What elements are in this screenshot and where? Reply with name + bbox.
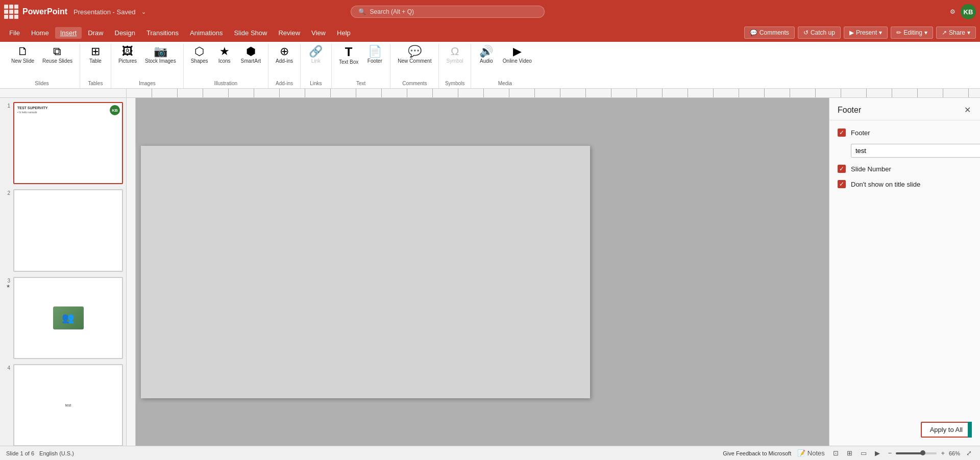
online-video-button[interactable]: ▶ Online Video: [500, 44, 535, 66]
menu-item-file[interactable]: File: [4, 27, 25, 39]
settings-button[interactable]: ⚙: [947, 6, 959, 17]
slide-item-2[interactable]: 2: [3, 189, 123, 271]
title-right-controls: ⚙ KB: [947, 4, 976, 19]
slide-thumb-3[interactable]: 👥: [13, 277, 123, 359]
notes-button[interactable]: 📝 Notes: [795, 448, 827, 458]
online-video-icon: ▶: [513, 46, 522, 57]
slide-item-1[interactable]: 1 TEST SUPERVITY • hi hello namade KB: [3, 102, 123, 184]
slide-number-checkbox[interactable]: ✓: [838, 165, 846, 173]
ribbon-group-comments: 💬 New Comment Comments: [390, 44, 439, 88]
link-icon: 🔗: [309, 46, 323, 57]
app-name: PowerPoint: [22, 7, 67, 16]
menu-item-view[interactable]: View: [306, 27, 331, 39]
ribbon-group-media: 🔊 Audio ▶ Online Video Media: [471, 44, 539, 88]
zoom-slider[interactable]: [896, 452, 937, 454]
status-right: Give Feedback to Microsoft 📝 Notes ⊡ ⊞ ▭…: [723, 448, 974, 458]
status-bar: Slide 1 of 6 English (U.S.) Give Feedbac…: [0, 446, 980, 460]
menu-item-animations[interactable]: Animations: [185, 27, 228, 39]
editing-dropdown-icon: ▾: [924, 29, 927, 36]
symbol-button[interactable]: Ω Symbol: [443, 44, 466, 66]
footer-panel-body: ✓ Footer ✓ Slide Number ✓ Don't show on …: [829, 120, 980, 422]
text-box-icon: T: [345, 46, 353, 58]
dont-show-checkbox[interactable]: ✓: [838, 180, 846, 188]
apply-to-all-button[interactable]: Apply to All: [921, 422, 972, 438]
catchup-button[interactable]: ↺ Catch up: [798, 27, 841, 39]
menu-item-home[interactable]: Home: [26, 27, 54, 39]
normal-view-button[interactable]: ⊡: [831, 448, 841, 458]
slide-sorter-button[interactable]: ⊞: [845, 448, 854, 458]
zoom-percent: 66%: [949, 450, 960, 456]
ribbon-group-illustration: ⬡ Shapes ★ Icons ⬢ SmartArt Illustration: [184, 44, 268, 88]
dont-show-label: Don't show on title slide: [851, 181, 920, 188]
audio-icon: 🔊: [479, 46, 493, 57]
slide-canvas-inner: [141, 146, 590, 398]
slide-thumb-1[interactable]: TEST SUPERVITY • hi hello namade KB: [13, 102, 123, 184]
new-slide-icon: 🗋: [17, 46, 29, 57]
comments-button[interactable]: 💬 Comments: [744, 27, 795, 39]
slide-show-button[interactable]: ▶: [873, 448, 882, 458]
slide-panel: 1 TEST SUPERVITY • hi hello namade KB 2: [0, 98, 127, 446]
slide-item-3[interactable]: 3 ★ 👥: [3, 277, 123, 359]
pictures-button[interactable]: 🖼 Pictures: [115, 44, 140, 66]
reuse-slides-button[interactable]: ⧉ Reuse Slides: [39, 44, 76, 66]
ribbon-group-symbols: Ω Symbol Symbols: [439, 44, 471, 88]
fit-icon: ⤢: [966, 449, 972, 457]
new-comment-icon: 💬: [408, 46, 422, 57]
fit-slide-button[interactable]: ⤢: [964, 448, 974, 458]
menu-item-draw[interactable]: Draw: [83, 27, 108, 39]
new-slide-button[interactable]: 🗋 New Slide: [8, 44, 37, 66]
waffle-menu[interactable]: [4, 5, 18, 19]
footer-button[interactable]: 📄 Footer: [363, 44, 386, 66]
menu-item-design[interactable]: Design: [110, 27, 140, 39]
slide-number-3: 3: [3, 277, 10, 284]
footer-panel-close[interactable]: ✕: [963, 104, 972, 116]
slide-thumb-4[interactable]: test: [13, 364, 123, 446]
zoom-out-button[interactable]: −: [886, 448, 894, 458]
slide-item-4[interactable]: 4 test: [3, 364, 123, 446]
zoom-control: − + 66%: [886, 448, 960, 458]
editing-button[interactable]: ✏ Editing ▾: [891, 27, 933, 39]
icons-button[interactable]: ★ Icons: [213, 44, 236, 66]
stock-images-button[interactable]: 📷 Stock Images: [142, 44, 179, 66]
ribbon-group-text: T Text Box 📄 Footer Text: [332, 44, 390, 88]
search-box[interactable]: 🔍 Search (Alt + Q): [351, 6, 545, 18]
new-comment-button[interactable]: 💬 New Comment: [395, 44, 434, 66]
table-button[interactable]: ⊞ Table: [84, 44, 107, 66]
share-button[interactable]: ↗ Share ▾: [936, 27, 976, 39]
feedback-label[interactable]: Give Feedback to Microsoft: [723, 450, 791, 456]
main-area: 1 TEST SUPERVITY • hi hello namade KB 2: [0, 98, 980, 446]
zoom-in-button[interactable]: +: [939, 448, 947, 458]
slide-edit-area: [127, 98, 829, 446]
menu-item-insert[interactable]: Insert: [55, 27, 82, 39]
menu-right-buttons: 💬 Comments ↺ Catch up ▶ Present ▾ ✏ Edit…: [744, 27, 976, 39]
menu-item-help[interactable]: Help: [332, 27, 356, 39]
ribbon-group-links: 🔗 Link Links: [301, 44, 332, 88]
footer-checkbox[interactable]: ✓: [838, 129, 846, 137]
menu-item-review[interactable]: Review: [273, 27, 305, 39]
link-button[interactable]: 🔗 Link: [305, 44, 327, 66]
slide-thumb-2[interactable]: [13, 189, 123, 271]
smartart-button[interactable]: ⬢ SmartArt: [238, 44, 264, 66]
addins-button[interactable]: ⊕ Add-ins: [273, 44, 296, 66]
present-dropdown-icon: ▾: [879, 29, 882, 36]
present-button[interactable]: ▶ Present ▾: [844, 27, 888, 39]
menu-item-transitions[interactable]: Transitions: [141, 27, 184, 39]
ribbon: 🗋 New Slide ⧉ Reuse Slides Slides ⊞ Tabl…: [0, 42, 980, 89]
addins-icon: ⊕: [280, 46, 289, 57]
notes-icon: 📝: [797, 449, 805, 457]
vertical-ruler: [127, 98, 136, 446]
symbol-icon: Ω: [451, 46, 459, 57]
menu-item-slideshow[interactable]: Slide Show: [229, 27, 272, 39]
ribbon-group-addins: ⊕ Add-ins Add-ins: [268, 44, 301, 88]
slide-show-icon: ▶: [875, 449, 880, 457]
slide4-text: test: [65, 403, 71, 407]
reading-view-button[interactable]: ▭: [859, 448, 869, 458]
audio-button[interactable]: 🔊 Audio: [475, 44, 498, 66]
shapes-button[interactable]: ⬡ Shapes: [188, 44, 211, 66]
stock-images-icon: 📷: [154, 46, 167, 57]
title-dropdown-icon[interactable]: ⌄: [140, 8, 147, 16]
footer-input[interactable]: [851, 144, 980, 158]
table-icon: ⊞: [91, 46, 100, 57]
user-avatar[interactable]: KB: [961, 4, 976, 19]
text-box-button[interactable]: T Text Box: [336, 44, 361, 67]
